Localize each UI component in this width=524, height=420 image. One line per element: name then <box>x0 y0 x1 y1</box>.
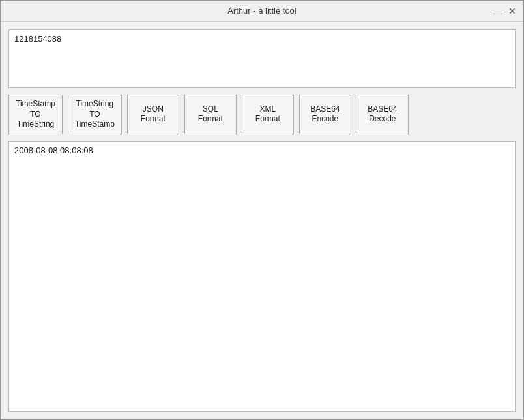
sql-format-button[interactable]: SQLFormat <box>184 95 237 134</box>
title-bar: Arthur - a little tool — ✕ <box>1 1 523 22</box>
main-content: TimeStampTOTimeString TimeStringTOTimeSt… <box>1 22 523 419</box>
window-title: Arthur - a little tool <box>32 6 492 16</box>
input-field[interactable] <box>8 29 516 88</box>
base64-encode-button[interactable]: BASE64Encode <box>299 95 351 134</box>
base64-decode-button[interactable]: BASE64Decode <box>357 95 409 134</box>
json-format-button[interactable]: JSONFormat <box>127 95 179 134</box>
output-field: 2008-08-08 08:08:08 <box>8 141 516 412</box>
main-window: Arthur - a little tool — ✕ TimeStampTOTi… <box>0 0 524 420</box>
minimize-button[interactable]: — <box>492 5 504 17</box>
xml-format-button[interactable]: XMLFormat <box>242 95 294 134</box>
title-bar-controls: — ✕ <box>492 5 518 17</box>
timestamp-to-timestring-button[interactable]: TimeStampTOTimeString <box>8 95 63 134</box>
buttons-row: TimeStampTOTimeString TimeStringTOTimeSt… <box>8 95 516 134</box>
close-button[interactable]: ✕ <box>506 5 518 17</box>
timestring-to-timestamp-button[interactable]: TimeStringTOTimeStamp <box>68 95 122 134</box>
